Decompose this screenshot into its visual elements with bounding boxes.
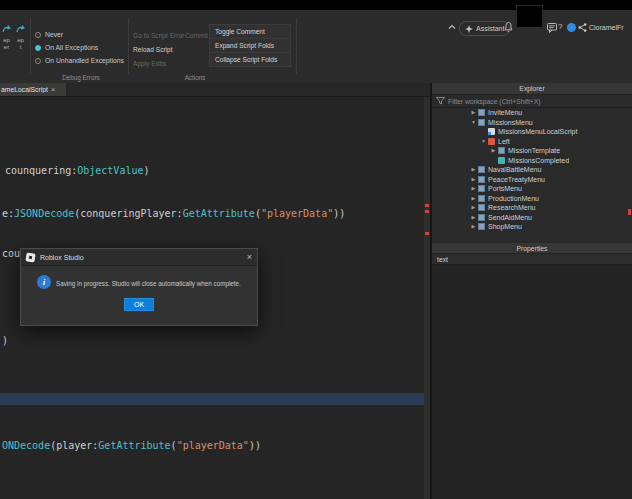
tree-label: ProductionMenu [488, 195, 539, 202]
radio-icon [35, 45, 41, 51]
action-item[interactable]: Commit [185, 32, 208, 39]
tree-item-ShopMenu[interactable]: ▶ShopMenu [432, 222, 632, 232]
tree-label: PortsMenu [488, 185, 522, 192]
saving-dialog: Roblox Studio × i Saving in progress. St… [20, 248, 258, 326]
dialog-title: Roblox Studio [40, 254, 84, 261]
collapse-ribbon-chevron-up-icon[interactable] [448, 24, 456, 30]
properties-filter-input[interactable]: text [432, 254, 632, 265]
presence-avatar[interactable] [567, 23, 576, 32]
gui-icon [478, 204, 485, 211]
action-item[interactable]: Apply Edits [133, 60, 166, 67]
code-line: ) [2, 335, 8, 347]
tree-label: MissionTemplate [508, 147, 560, 154]
chevron-right-icon[interactable]: ▶ [469, 167, 478, 172]
code-line: ONDecode(player:GetAttribute("playerData… [2, 440, 261, 452]
chevron-down-icon[interactable]: ▼ [479, 139, 488, 144]
share-icon[interactable] [578, 23, 587, 32]
properties-header: Properties [432, 243, 632, 254]
tree-item-Left[interactable]: ▼Left [432, 137, 632, 147]
teal-icon [498, 157, 505, 164]
chevron-down-icon[interactable]: ▼ [469, 120, 478, 125]
tree-item-InviteMenu[interactable]: ▶InviteMenu [432, 108, 632, 118]
tab-close-icon[interactable]: × [51, 86, 56, 94]
tree-label: MissionsCompleted [508, 157, 569, 164]
code-line: counquering:ObjectValue) [5, 165, 150, 177]
step-label-fragment: ep [17, 37, 24, 44]
username-label[interactable]: CioramelFr [589, 24, 624, 31]
debug-errors-group-label: Debug Errors [35, 74, 127, 81]
error-mark [425, 232, 429, 235]
explorer-tree: ▶InviteMenu▼MissionsMenuMissionsMenuLoca… [432, 108, 632, 232]
radio-label: On Unhandled Exceptions [45, 57, 124, 64]
code-line: e:JSONDecode(conqueringPlayer:GetAttribu… [2, 208, 345, 220]
help-icon[interactable]: ? [558, 22, 562, 31]
tree-item-PeaceTreatyMenu[interactable]: ▶PeaceTreatyMenu [432, 175, 632, 185]
info-icon: i [37, 275, 51, 289]
gui-icon [478, 176, 485, 183]
gui-icon [478, 185, 485, 192]
action-row: Apply Edits [133, 56, 208, 70]
tree-item-ProductionMenu[interactable]: ▶ProductionMenu [432, 194, 632, 204]
tree-item-SendAidMenu[interactable]: ▶SendAidMenu [432, 213, 632, 223]
filter-placeholder: Filter workspace (Ctrl+Shift+X) [448, 98, 541, 105]
gui-icon [478, 119, 485, 126]
tree-label: MissionsMenuLocalScript [498, 128, 577, 135]
step-label-fragment: t [20, 44, 22, 51]
chevron-right-icon[interactable]: ▶ [469, 224, 478, 229]
chat-icon[interactable] [547, 23, 557, 33]
radio-option[interactable]: On Unhandled Exceptions [35, 54, 127, 67]
debug-errors-options: NeverOn All ExceptionsOn Unhandled Excep… [35, 28, 127, 67]
dialog-close-icon[interactable]: × [247, 253, 252, 262]
menu-item[interactable]: Collapse Script Folds [210, 53, 290, 66]
tree-item-PortsMenu[interactable]: ▶PortsMenu [432, 184, 632, 194]
tab-script[interactable]: ameLocalScript × [0, 83, 66, 96]
tree-item-MissionsMenu[interactable]: ▼MissionsMenu [432, 118, 632, 128]
dialog-titlebar[interactable]: Roblox Studio × [21, 249, 257, 266]
tree-label: SendAidMenu [488, 214, 532, 221]
tree-item-MissionsMenuLocalScript[interactable]: MissionsMenuLocalScript [432, 127, 632, 137]
explorer-header: Explorer [432, 83, 632, 95]
ribbon-separator [30, 18, 31, 74]
chevron-right-icon[interactable]: ▶ [489, 148, 498, 153]
tree-item-MissionTemplate[interactable]: ▶MissionTemplate [432, 146, 632, 156]
tree-label: MissionsMenu [488, 119, 533, 126]
tree-item-ResearchMenu[interactable]: ▶ResearchMenu [432, 203, 632, 213]
bell-icon[interactable] [504, 22, 513, 33]
roblox-studio-window: ep er ep t NeverOn All ExceptionsOn Unha… [0, 0, 632, 499]
ribbon-separator [296, 18, 297, 74]
tree-label: InviteMenu [488, 109, 522, 116]
radio-option[interactable]: On All Exceptions [35, 41, 127, 54]
tree-label: PeaceTreatyMenu [488, 176, 545, 183]
tree-item-NavalBattleMenu[interactable]: ▶NavalBattleMenu [432, 165, 632, 175]
chevron-right-icon[interactable]: ▶ [469, 177, 478, 182]
assistant-button[interactable]: Assistant [459, 21, 510, 36]
ok-button[interactable]: OK [124, 298, 154, 311]
gui-icon [478, 109, 485, 116]
tree-item-MissionsCompleted[interactable]: MissionsCompleted [432, 156, 632, 166]
chevron-right-icon[interactable]: ▶ [469, 205, 478, 210]
menu-item[interactable]: Expand Script Folds [210, 39, 290, 53]
frame-red-icon [488, 138, 495, 145]
localscript-icon [488, 128, 495, 135]
tree-label: ShopMenu [488, 223, 522, 230]
chevron-right-icon[interactable]: ▶ [469, 110, 478, 115]
step-out-button[interactable]: ep t [14, 24, 27, 70]
radio-option[interactable]: Never [35, 28, 127, 41]
chevron-right-icon[interactable]: ▶ [469, 215, 478, 220]
action-item[interactable]: Go to Script Error [133, 32, 185, 39]
chevron-right-icon[interactable]: ▶ [469, 186, 478, 191]
chevron-right-icon[interactable]: ▶ [469, 196, 478, 201]
radio-label: Never [45, 31, 63, 38]
gui-icon [478, 166, 485, 173]
step-over-button[interactable]: ep er [0, 24, 13, 70]
right-panel: Explorer Filter workspace (Ctrl+Shift+X)… [432, 83, 632, 499]
explorer-filter-input[interactable]: Filter workspace (Ctrl+Shift+X) [432, 95, 632, 108]
error-mark [425, 204, 429, 207]
tab-label: ameLocalScript [1, 86, 48, 93]
radio-icon [35, 58, 41, 64]
action-item[interactable]: Reload Script [133, 46, 173, 53]
gui-icon [478, 214, 485, 221]
step-arrow-icon [2, 24, 12, 34]
step-arrow-icon [16, 24, 26, 34]
menu-item[interactable]: Toggle Comment [210, 25, 290, 39]
